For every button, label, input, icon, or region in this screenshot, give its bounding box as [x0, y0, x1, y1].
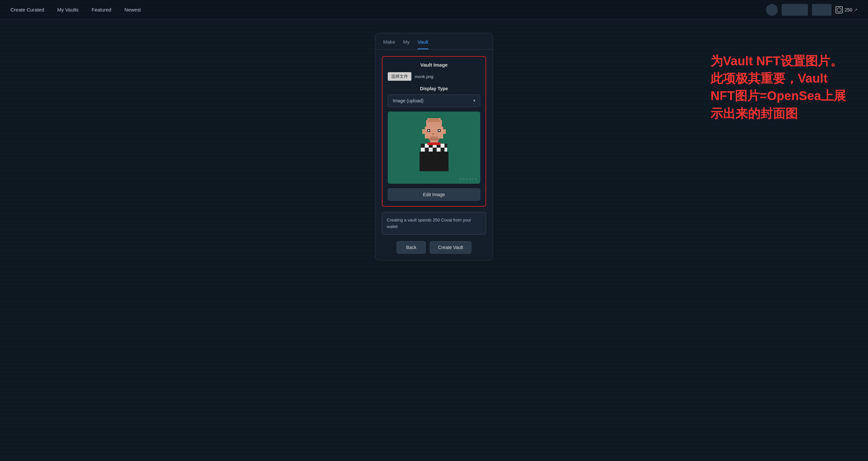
- svg-rect-30: [428, 120, 440, 122]
- svg-rect-7: [439, 130, 440, 131]
- back-button[interactable]: Back: [397, 241, 426, 254]
- vault-image-section: Vault Image 选择文件 monk.png Display Type I…: [382, 56, 486, 207]
- coval-badge[interactable]: 250 ↗: [836, 6, 858, 13]
- svg-rect-25: [437, 148, 440, 152]
- coval-icon: [836, 6, 843, 13]
- watermark: KBEATS: [459, 177, 477, 181]
- header: Create Curated My Vaults Featured Newest…: [0, 0, 868, 20]
- svg-rect-21: [421, 148, 425, 152]
- avatar-2: [782, 4, 808, 16]
- svg-rect-23: [429, 148, 433, 152]
- tab-vault[interactable]: Vault: [417, 39, 428, 49]
- svg-rect-29: [429, 139, 439, 141]
- svg-rect-9: [430, 136, 438, 139]
- svg-rect-31: [429, 118, 439, 120]
- info-box: Creating a vault spends 250 Coval from y…: [382, 212, 486, 235]
- nav: Create Curated My Vaults Featured Newest: [10, 7, 141, 12]
- svg-rect-19: [440, 144, 444, 148]
- edit-image-button[interactable]: Edit Image: [388, 188, 480, 201]
- file-name-label: monk.png: [415, 74, 433, 79]
- vault-card: Make My Vault Vault Image 选择文件 monk.png …: [375, 33, 493, 260]
- svg-rect-20: [444, 144, 447, 148]
- choose-file-button[interactable]: 选择文件: [388, 72, 411, 81]
- header-right: 250 ↗: [766, 4, 858, 16]
- nav-featured[interactable]: Featured: [92, 7, 111, 12]
- svg-rect-26: [440, 148, 444, 152]
- display-type-label: Display Type: [388, 86, 480, 91]
- svg-rect-27: [420, 152, 448, 171]
- nav-create-curated[interactable]: Create Curated: [10, 7, 44, 12]
- annotation-text: 为Vault NFT设置图片。此项极其重要，Vault NFT图片=OpenSe…: [711, 53, 848, 122]
- nav-newest[interactable]: Newest: [124, 7, 141, 12]
- svg-marker-0: [837, 7, 841, 12]
- tab-my[interactable]: My: [403, 39, 410, 49]
- coval-amount: 250: [845, 7, 852, 12]
- image-preview: KBEATS: [388, 112, 480, 184]
- create-vault-button[interactable]: Create Vault: [430, 241, 471, 254]
- display-type-select[interactable]: Image (upload) URL Video 3D Model: [388, 94, 480, 107]
- svg-rect-14: [421, 144, 425, 148]
- card-body: Vault Image 选择文件 monk.png Display Type I…: [375, 50, 493, 260]
- display-type-wrapper: Image (upload) URL Video 3D Model ▼: [388, 94, 480, 107]
- tabs-bar: Make My Vault: [375, 33, 493, 50]
- tab-make[interactable]: Make: [383, 39, 395, 49]
- external-link-icon[interactable]: ↗: [854, 7, 858, 12]
- coval-svg: [837, 7, 842, 12]
- svg-rect-11: [442, 129, 446, 134]
- vault-image-title: Vault Image: [388, 62, 480, 68]
- bottom-buttons: Back Create Vault: [382, 241, 486, 254]
- svg-rect-8: [432, 133, 434, 135]
- monk-image: [408, 115, 460, 181]
- main-content: 为Vault NFT设置图片。此项极其重要，Vault NFT图片=OpenSe…: [0, 20, 868, 274]
- svg-rect-24: [433, 148, 437, 152]
- avatar-3: [812, 4, 832, 16]
- avatar-1: [766, 4, 778, 16]
- svg-rect-10: [422, 129, 426, 134]
- nav-my-vaults[interactable]: My Vaults: [57, 7, 79, 12]
- svg-rect-28: [428, 143, 440, 145]
- file-input-row: 选择文件 monk.png: [388, 72, 480, 81]
- svg-rect-22: [425, 148, 429, 152]
- svg-rect-5: [428, 130, 429, 131]
